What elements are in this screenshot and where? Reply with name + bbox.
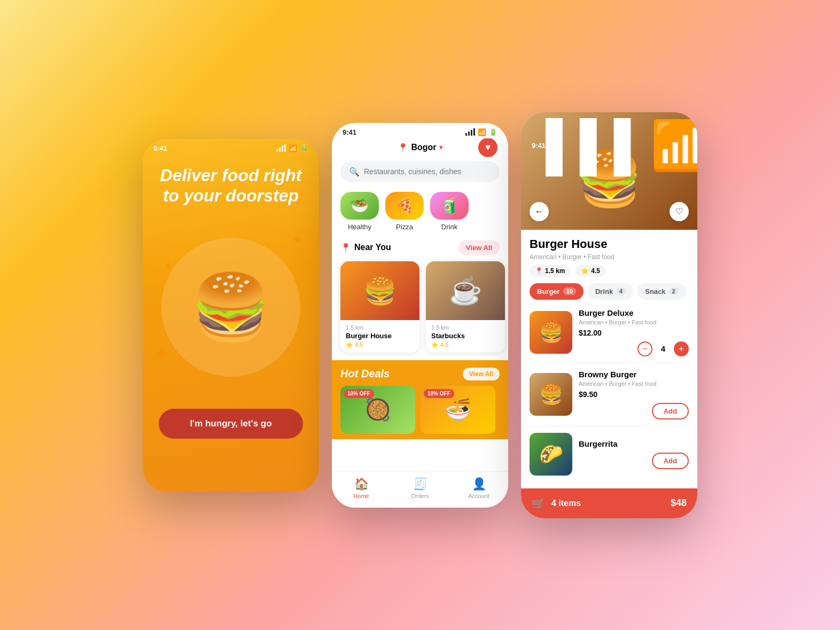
nav-orders[interactable]: 🧾 Orders (391, 477, 449, 499)
search-bar[interactable]: 🔍 (340, 161, 500, 182)
hero-section: 9:41 ▌▌▌ 📶 🔋 🍔 Top Rated ← ♡ (521, 112, 697, 230)
status-icons-3: ▌▌▌ 📶 🔋 (546, 118, 697, 174)
detail-screen: 9:41 ▌▌▌ 📶 🔋 🍔 Top Rated ← ♡ Burger Hous… (521, 112, 697, 518)
restaurant-card-burger[interactable]: 🍔 1.5 km Burger House ⭐ 4.5 (340, 261, 419, 353)
cart-icon: 🛒 (532, 497, 545, 510)
detail-content: Burger House American • Burger • Fast fo… (521, 230, 697, 488)
cta-button[interactable]: I'm hungry, let's go (159, 409, 303, 439)
restaurant-title: Burger House (530, 237, 689, 251)
chevron-down-icon: ▾ (439, 144, 442, 151)
deal-card-1[interactable]: 🥘 10% OFF (340, 386, 415, 434)
menu-item-info-deluxe: Burger Deluxe American • Burger • Fast f… (579, 308, 689, 356)
nav-home[interactable]: 🏠 Home (332, 477, 391, 499)
menu-item-price-deluxe: $12.00 (579, 329, 689, 337)
menu-item-price-browny: $9.50 (579, 390, 689, 399)
restaurant-distance-burger: 1.5 km (346, 324, 414, 331)
distance-pill: 📍 1.5 km (530, 265, 570, 277)
hot-deals-section: Hot Deals View All 🥘 10% OFF 🍜 10% OFF (332, 360, 508, 439)
category-drink[interactable]: 🧃 Drink (430, 192, 469, 231)
menu-item-actions-burgerrita: Add (579, 453, 689, 469)
decrease-qty-button[interactable]: − (637, 341, 652, 356)
near-you-title: 📍 Near You (340, 243, 391, 253)
add-burgerrita-button[interactable]: Add (652, 453, 689, 469)
hot-deals-header: Hot Deals View All (340, 368, 500, 380)
hero-image-section: 🍔 ✦ ✦ ✦ (143, 216, 319, 398)
menu-item-image-browny: 🍔 (530, 373, 572, 416)
cart-total-price: $48 (671, 497, 687, 509)
restaurant-rating-burger: ⭐ 4.5 (346, 341, 414, 348)
location-label: 📍 Bogor ▾ (398, 143, 442, 153)
pin-icon: 📍 (398, 143, 408, 153)
deal-card-2[interactable]: 🍜 10% OFF (421, 386, 495, 434)
star-icon-starbucks: ⭐ (431, 341, 439, 348)
tab-drink[interactable]: Drink 4 (588, 283, 633, 300)
tab-snack[interactable]: Snack 2 (637, 283, 686, 300)
restaurant-rating-starbucks: ⭐ 4.5 (431, 341, 500, 348)
status-time-1: 9:41 (153, 144, 167, 152)
hot-deals-title: Hot Deals (340, 368, 390, 380)
restaurant-image-burger: 🍔 (340, 261, 419, 320)
back-button[interactable]: ← (530, 202, 549, 221)
nav-account[interactable]: 👤 Account (449, 477, 508, 499)
location-bar: 📍 Bogor ▾ ♥ (332, 138, 508, 157)
search-input[interactable] (364, 167, 491, 176)
menu-item-name-browny: Browny Burger (579, 370, 689, 379)
tab-count-snack: 2 (669, 287, 679, 295)
menu-item-image-deluxe: 🍔 (530, 311, 572, 354)
menu-item-info-browny: Browny Burger American • Burger • Fast f… (579, 370, 689, 419)
wifi-icon-3: 📶 (650, 118, 697, 174)
category-name-drink: Drink (441, 223, 457, 231)
category-healthy[interactable]: 🥗 Healthy (340, 192, 379, 231)
status-time-3: 9:41 (532, 142, 546, 150)
distance-value: 1.5 km (545, 267, 565, 275)
favorite-button[interactable]: ♥ (478, 138, 497, 158)
menu-item-info-burgerrita: Burgerrita Add (579, 439, 689, 469)
rating-value: 4.5 (591, 267, 600, 275)
rating-pill: ⭐ 4.5 (575, 265, 605, 277)
restaurant-distance-starbucks: 1.5 km (431, 324, 500, 331)
restaurant-image-starbucks: ☕ (426, 261, 505, 320)
increase-qty-button[interactable]: + (674, 341, 689, 356)
menu-item-name-burgerrita: Burgerrita (579, 439, 689, 448)
status-icons-1: 📶 🔋 (276, 144, 308, 152)
add-browny-button[interactable]: Add (652, 403, 689, 419)
star-decoration-1: ✦ (153, 344, 169, 366)
tab-count-burger: 10 (563, 287, 576, 295)
category-img-healthy: 🥗 (340, 192, 379, 220)
category-pizza[interactable]: 🍕 Pizza (385, 192, 424, 231)
menu-item-actions-browny: Add (579, 403, 689, 419)
menu-tabs: Burger 10 Drink 4 Snack 2 D (530, 283, 689, 302)
restaurant-name-starbucks: Starbucks (431, 332, 500, 340)
account-icon: 👤 (472, 477, 486, 491)
orders-icon: 🧾 (413, 477, 427, 491)
cart-item-count: 4 items (551, 499, 581, 508)
home-screen: 9:41 📶 🔋 📍 Bogor ▾ ♥ 🔍 🥗 (332, 123, 508, 508)
nav-orders-label: Orders (411, 493, 429, 499)
status-bar-1: 9:41 📶 🔋 (143, 139, 319, 154)
hot-deals-view-all[interactable]: View All (463, 368, 500, 380)
signal-bars-1 (276, 144, 286, 152)
near-you-view-all[interactable]: View All (458, 240, 500, 255)
tab-burger[interactable]: Burger 10 (530, 283, 584, 300)
restaurant-info-starbucks: 1.5 km Starbucks ⭐ 4.5 (426, 320, 505, 353)
menu-item-burger-deluxe: 🍔 Burger Deluxe American • Burger • Fast… (530, 302, 689, 363)
tab-count-drink: 4 (616, 287, 626, 295)
restaurant-card-starbucks[interactable]: ☕ 1.5 km Starbucks ⭐ 4.5 (426, 261, 505, 353)
cart-info: 🛒 4 items (532, 497, 581, 510)
menu-item-sub-deluxe: American • Burger • Fast food (579, 319, 689, 325)
star-icon-burger: ⭐ (346, 341, 353, 348)
splash-screen: 9:41 📶 🔋 Deliver food right to your door… (143, 139, 319, 492)
category-name-healthy: Healthy (348, 223, 371, 231)
menu-item-sub-browny: American • Burger • Fast food (579, 380, 689, 387)
star-icon-detail: ⭐ (581, 267, 589, 275)
favorite-button-detail[interactable]: ♡ (670, 202, 689, 221)
category-img-drink: 🧃 (430, 192, 469, 220)
star-decoration-2: ✦ (292, 232, 303, 247)
category-img-pizza: 🍕 (385, 192, 424, 220)
nav-account-label: Account (468, 493, 489, 499)
deal-badge-2: 10% OFF (424, 389, 454, 398)
cart-bar[interactable]: 🛒 4 items $48 (521, 488, 697, 518)
hero-headline: Deliver food right to your doorstep (143, 154, 319, 217)
menu-item-image-burgerrita: 🌮 (530, 433, 572, 476)
menu-item-name-deluxe: Burger Deluxe (579, 308, 689, 317)
